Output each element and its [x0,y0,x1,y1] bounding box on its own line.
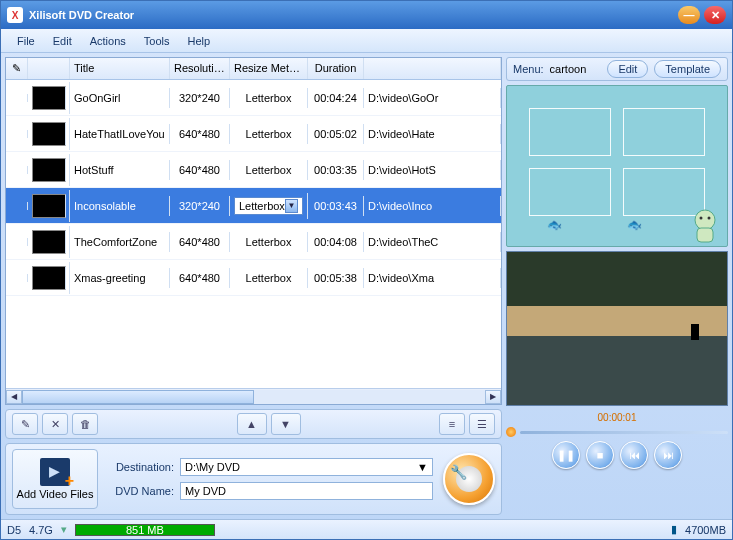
cell-path: D:\video\Inco [364,196,501,216]
edit-item-button[interactable]: ✎ [12,413,38,435]
cell-path: D:\video\Xma [364,268,501,288]
header-duration[interactable]: Duration [308,58,364,79]
thumbnail [32,158,66,182]
cell-resolution: 320*240 [170,196,230,216]
list-toolbar: ✎ ✕ 🗑 ▲ ▼ ≡ ☰ [5,409,502,439]
cell-resolution: 640*480 [170,160,230,180]
cell-path: D:\video\Hate [364,124,501,144]
header-resize[interactable]: Resize Method [230,58,308,79]
destination-dropdown[interactable]: D:\My DVD ▼ [180,458,433,476]
menu-edit-button[interactable]: Edit [607,60,648,78]
video-player [506,251,728,406]
menu-preview: 🐟 🐟 [506,85,728,247]
cell-duration: 00:03:35 [308,160,364,180]
header-title[interactable]: Title [70,58,170,79]
cell-duration: 00:04:08 [308,232,364,252]
next-button[interactable]: ⏭ [654,441,682,469]
transport-panel: 00:00:01 ❚❚ ■ ⏮ ⏭ [506,410,728,471]
remove-item-button[interactable]: ✕ [42,413,68,435]
menu-tools[interactable]: Tools [136,32,178,50]
dvdname-label: DVD Name: [108,485,174,497]
menubar: File Edit Actions Tools Help [1,29,732,53]
close-button[interactable]: ✕ [704,6,726,24]
cell-resolution: 320*240 [170,88,230,108]
app-title: Xilisoft DVD Creator [29,9,134,21]
minimize-button[interactable]: — [678,6,700,24]
view-list-button[interactable]: ≡ [439,413,465,435]
cell-title: GoOnGirl [70,88,170,108]
table-header: ✎ Title Resolution Resize Method Duratio… [6,58,501,80]
move-up-button[interactable]: ▲ [237,413,267,435]
titlebar: X Xilisoft DVD Creator — ✕ [1,1,732,29]
statusbar: D5 4.7G ▾ 851 MB ▮ 4700MB [1,519,732,539]
cell-duration: 00:05:02 [308,124,364,144]
dvd-menu-bar: Menu: cartoon Edit Template [506,57,728,81]
add-video-label: Add Video Files [17,488,94,500]
fish-icon: 🐟 [627,218,642,232]
menu-template-button[interactable]: Template [654,60,721,78]
cell-resize: Letterbox [230,232,308,252]
menu-cell [529,168,611,216]
chevron-down-icon: ▼ [417,461,428,473]
seek-bar[interactable] [506,427,728,437]
scroll-left-icon[interactable]: ◀ [6,390,22,404]
cell-resize: Letterbox [230,268,308,288]
cell-path: D:\video\GoOr [364,88,501,108]
h-scrollbar[interactable]: ◀ ▶ [6,388,501,404]
cell-title: Xmas-greeting [70,268,170,288]
file-table: ✎ Title Resolution Resize Method Duratio… [5,57,502,405]
thumbnail [32,86,66,110]
seek-knob-icon[interactable] [506,427,516,437]
cell-resize: Letterbox [230,88,308,108]
burn-button[interactable] [443,453,495,505]
menu-cell [623,108,705,156]
header-resolution[interactable]: Resolution [170,58,230,79]
cell-duration: 00:04:24 [308,88,364,108]
output-panel: Add Video Files Destination: D:\My DVD ▼… [5,443,502,515]
thumbnail [32,194,66,218]
app-window: X Xilisoft DVD Creator — ✕ File Edit Act… [0,0,733,540]
table-row[interactable]: TheComfortZone640*480Letterbox00:04:08D:… [6,224,501,260]
disc-type: D5 [7,524,21,536]
fish-icon: 🐟 [547,218,562,232]
table-row[interactable]: GoOnGirl320*240Letterbox00:04:24D:\video… [6,80,501,116]
app-logo-icon: X [7,7,23,23]
total-space: 4700MB [685,524,726,536]
cell-title: HateThatILoveYou [70,124,170,144]
menu-edit[interactable]: Edit [45,32,80,50]
menu-file[interactable]: File [9,32,43,50]
cell-path: D:\video\TheC [364,232,501,252]
menu-actions[interactable]: Actions [82,32,134,50]
table-row[interactable]: Inconsolable320*240Letterbox▼00:03:43D:\… [6,188,501,224]
cell-path: D:\video\HotS [364,160,501,180]
cell-resolution: 640*480 [170,268,230,288]
cell-title: TheComfortZone [70,232,170,252]
prev-button[interactable]: ⏮ [620,441,648,469]
timecode: 00:00:01 [598,412,637,423]
pause-button[interactable]: ❚❚ [552,441,580,469]
thumbnail [32,230,66,254]
move-down-button[interactable]: ▼ [271,413,301,435]
view-details-button[interactable]: ☰ [469,413,495,435]
table-row[interactable]: Xmas-greeting640*480Letterbox00:05:38D:\… [6,260,501,296]
cell-resolution: 640*480 [170,124,230,144]
svg-point-2 [700,217,703,220]
resize-dropdown[interactable]: Letterbox▼ [234,197,303,215]
cell-resize: Letterbox [230,124,308,144]
svg-rect-1 [697,228,713,242]
cell-title: Inconsolable [70,196,170,216]
add-video-button[interactable]: Add Video Files [12,449,98,509]
header-edit-icon[interactable]: ✎ [6,58,28,79]
disc-capacity: 4.7G [29,524,53,536]
stop-button[interactable]: ■ [586,441,614,469]
menu-help[interactable]: Help [179,32,218,50]
used-space-bar: 851 MB [75,524,215,536]
cell-resolution: 640*480 [170,232,230,252]
scroll-right-icon[interactable]: ▶ [485,390,501,404]
dvdname-input[interactable]: My DVD [180,482,433,500]
clear-list-button[interactable]: 🗑 [72,413,98,435]
table-row[interactable]: HotStuff640*480Letterbox00:03:35D:\video… [6,152,501,188]
table-row[interactable]: HateThatILoveYou640*480Letterbox00:05:02… [6,116,501,152]
svg-point-3 [708,217,711,220]
destination-label: Destination: [108,461,174,473]
